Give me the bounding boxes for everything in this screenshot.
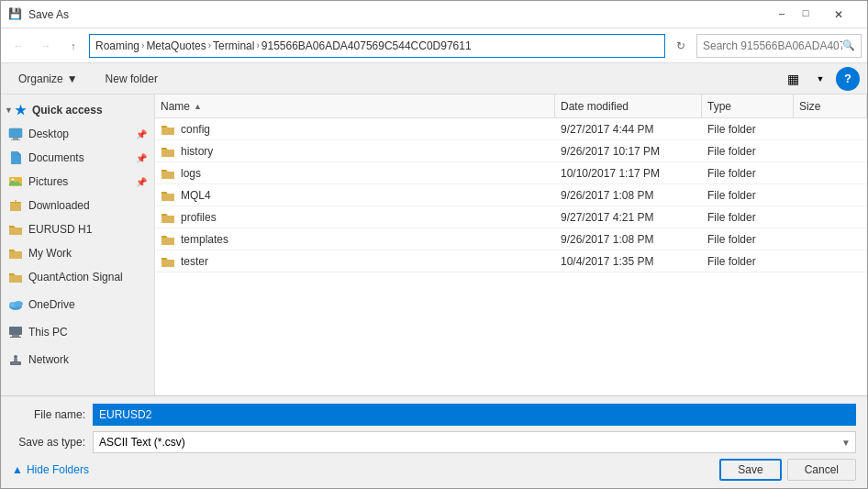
sidebar-item-documents[interactable]: Documents 📌 xyxy=(1,146,154,170)
view-toggle-button[interactable]: ▦ xyxy=(781,67,805,91)
file-row[interactable]: logs 10/10/2017 1:17 PM File folder xyxy=(155,162,867,184)
file-row[interactable]: history 9/26/2017 10:17 PM File folder xyxy=(155,140,867,162)
pin-icon: 📌 xyxy=(136,177,147,187)
folder-icon xyxy=(161,166,175,181)
window-title: Save As xyxy=(28,8,770,21)
file-row[interactable]: tester 10/4/2017 1:35 PM File folder xyxy=(155,250,867,272)
sidebar-item-pictures[interactable]: Pictures 📌 xyxy=(1,170,154,194)
bottom-bar: File name: Save as type: ASCII Text (*.c… xyxy=(1,395,867,488)
sidebar-item-mywork[interactable]: My Work xyxy=(1,241,154,265)
minimize-button[interactable]: – xyxy=(770,1,794,25)
file-date: 10/10/2017 1:17 PM xyxy=(555,167,702,180)
svg-point-13 xyxy=(14,355,17,359)
sidebar-item-onedrive-label: OneDrive xyxy=(28,298,147,311)
file-date: 9/26/2017 1:08 PM xyxy=(555,189,702,202)
sidebar-item-eurusd-label: EURUSD H1 xyxy=(28,223,147,236)
file-type: File folder xyxy=(702,123,794,136)
file-type: File folder xyxy=(702,145,794,158)
back-button[interactable]: ← xyxy=(6,34,30,58)
refresh-button[interactable]: ↻ xyxy=(669,34,693,58)
file-pane: Name ▲ Date modified Type Size xyxy=(155,94,867,395)
file-row[interactable]: profiles 9/27/2017 4:21 PM File folder xyxy=(155,206,867,228)
view-dropdown-button[interactable]: ▼ xyxy=(808,67,832,91)
folder-icon xyxy=(161,254,175,269)
column-header-name[interactable]: Name ▲ xyxy=(155,94,555,118)
file-type: File folder xyxy=(702,233,794,246)
file-row[interactable]: config 9/27/2017 4:44 PM File folder xyxy=(155,118,867,140)
address-bar: ← → ↑ Roaming › MetaQuotes › Terminal › … xyxy=(1,28,867,63)
title-bar: 💾 Save As – □ ✕ xyxy=(1,1,867,28)
file-name: history xyxy=(181,145,213,158)
organize-button[interactable]: Organize ▼ xyxy=(8,67,88,91)
new-folder-button[interactable]: New folder xyxy=(95,67,168,91)
folder-icon xyxy=(8,246,23,261)
file-name: MQL4 xyxy=(181,189,211,202)
main-content: ▼ ★ Quick access Desktop 📌 Documents xyxy=(1,94,867,395)
file-row[interactable]: MQL4 9/26/2017 1:08 PM File folder xyxy=(155,184,867,206)
breadcrumb-roaming[interactable]: Roaming xyxy=(95,39,139,52)
pin-icon: 📌 xyxy=(136,153,147,163)
quick-access-header[interactable]: ▼ ★ Quick access xyxy=(1,98,154,122)
column-header-type[interactable]: Type xyxy=(702,94,794,118)
breadcrumb-terminal[interactable]: Terminal xyxy=(213,39,254,52)
svg-rect-2 xyxy=(11,139,20,140)
sidebar-item-downloaded[interactable]: Downloaded xyxy=(1,194,154,217)
search-input[interactable] xyxy=(703,39,842,52)
maximize-button[interactable]: □ xyxy=(794,1,818,25)
sidebar-item-thispc-label: This PC xyxy=(28,326,147,339)
save-as-type-row: Save as type: ASCII Text (*.csv) ▼ xyxy=(12,431,856,453)
chevron-down-icon: ▼ xyxy=(5,106,13,115)
breadcrumb-metaquotes[interactable]: MetaQuotes xyxy=(146,39,206,52)
breadcrumb-hash[interactable]: 915566BA06ADA407569C544CC0D97611 xyxy=(262,39,472,52)
help-button[interactable]: ? xyxy=(836,67,860,91)
save-button[interactable]: Save xyxy=(719,459,781,481)
up-button[interactable]: ↑ xyxy=(61,34,85,58)
file-type: File folder xyxy=(702,167,794,180)
address-path[interactable]: Roaming › MetaQuotes › Terminal › 915566… xyxy=(89,34,665,58)
sidebar-item-eurusd[interactable]: EURUSD H1 xyxy=(1,217,154,241)
folder-icon xyxy=(161,210,175,225)
file-date: 9/26/2017 1:08 PM xyxy=(555,233,702,246)
sidebar-item-desktop[interactable]: Desktop 📌 xyxy=(1,122,154,146)
folder-icon xyxy=(161,232,175,247)
sidebar-item-thispc[interactable]: This PC xyxy=(1,320,154,344)
documents-icon xyxy=(8,150,23,165)
file-date: 9/26/2017 10:17 PM xyxy=(555,145,702,158)
file-list: config 9/27/2017 4:44 PM File folder his… xyxy=(155,118,867,395)
button-row: ▲ Hide Folders Save Cancel xyxy=(12,459,856,481)
file-name-label: File name: xyxy=(12,408,85,421)
svg-rect-8 xyxy=(9,327,22,335)
forward-button[interactable]: → xyxy=(34,34,58,58)
file-row[interactable]: templates 9/26/2017 1:08 PM File folder xyxy=(155,228,867,250)
svg-rect-9 xyxy=(12,335,19,337)
save-as-type-select[interactable]: ASCII Text (*.csv) xyxy=(93,431,856,453)
quick-access-section: ▼ ★ Quick access Desktop 📌 Documents xyxy=(1,98,154,289)
file-date: 9/27/2017 4:21 PM xyxy=(555,211,702,224)
cancel-button[interactable]: Cancel xyxy=(787,459,856,481)
folder-icon xyxy=(8,222,23,237)
sidebar-item-onedrive[interactable]: OneDrive xyxy=(1,293,154,317)
hide-folders-button[interactable]: ▲ Hide Folders xyxy=(12,463,89,476)
file-name: profiles xyxy=(181,211,217,224)
column-header-date[interactable]: Date modified xyxy=(555,94,702,118)
save-as-type-label: Save as type: xyxy=(12,436,85,449)
quick-access-star-icon: ★ xyxy=(15,103,27,117)
svg-point-7 xyxy=(14,301,23,306)
thispc-section: This PC xyxy=(1,320,154,344)
search-box[interactable]: 🔍 xyxy=(696,34,862,58)
network-icon xyxy=(8,352,23,367)
svg-rect-10 xyxy=(10,337,21,338)
folder-icon xyxy=(161,188,175,203)
sidebar-item-quantaction[interactable]: QuantAction Signal xyxy=(1,265,154,289)
file-name-input[interactable] xyxy=(93,404,856,426)
sidebar-item-network[interactable]: Network xyxy=(1,348,154,372)
file-list-header: Name ▲ Date modified Type Size xyxy=(155,94,867,118)
file-date: 9/27/2017 4:44 PM xyxy=(555,123,702,136)
svg-rect-12 xyxy=(14,359,17,361)
column-header-size[interactable]: Size xyxy=(794,94,867,118)
file-name: templates xyxy=(181,233,228,246)
file-type: File folder xyxy=(702,255,794,268)
onedrive-section: OneDrive xyxy=(1,293,154,317)
close-button[interactable]: ✕ xyxy=(818,1,860,28)
svg-rect-0 xyxy=(9,128,22,138)
